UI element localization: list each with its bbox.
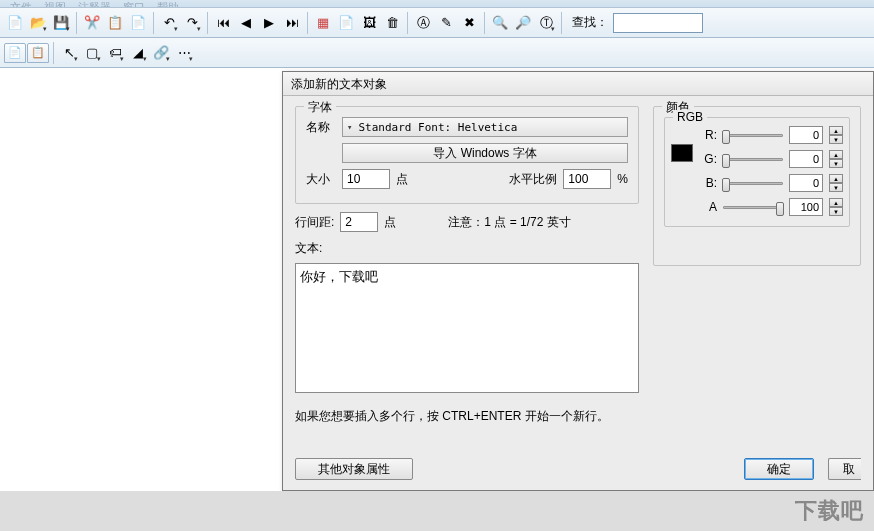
separator (307, 12, 308, 34)
cut-icon[interactable]: ✂️ (81, 12, 103, 34)
ok-button[interactable]: 确定 (744, 458, 814, 480)
zoom-out-icon[interactable]: 🔎 (512, 12, 534, 34)
tab-icon[interactable]: 📄 (4, 43, 26, 63)
font-size-input[interactable] (342, 169, 390, 189)
nav-prev-icon[interactable]: ◀ (235, 12, 257, 34)
nav-last-icon[interactable]: ⏭ (281, 12, 303, 34)
rgb-box: RGB R: ▲▼ (664, 117, 850, 227)
a-value[interactable] (789, 198, 823, 216)
select-tool-icon[interactable]: Ⓣ (535, 12, 557, 34)
font-group: 字体 名称 Standard Font: Helvetica 导入 Window… (295, 106, 639, 204)
text-edit-icon[interactable]: ✎ (435, 12, 457, 34)
other-properties-button[interactable]: 其他对象属性 (295, 458, 413, 480)
r-spinner[interactable]: ▲▼ (829, 126, 843, 144)
bottom-strip: 下载吧 (0, 491, 874, 531)
font-name-dropdown[interactable]: Standard Font: Helvetica (342, 117, 628, 137)
save-icon[interactable]: 💾 (50, 12, 72, 34)
multiline-hint: 如果您想要插入多个行，按 CTRL+ENTER 开始一个新行。 (295, 408, 639, 425)
menu-item[interactable]: 视图 (38, 0, 72, 7)
secondary-toolbar: 📄 📋 ↖ ▢ 🏷 ◢ 🔗 ⋯ (0, 38, 874, 68)
text-delete-icon[interactable]: ✖ (458, 12, 480, 34)
note-label: 注意：1 点 = 1/72 英寸 (448, 214, 570, 231)
menu-item[interactable]: 文件 (4, 0, 38, 7)
cancel-button[interactable]: 取 (828, 458, 861, 480)
nav-next-icon[interactable]: ▶ (258, 12, 280, 34)
g-label: G: (703, 152, 717, 166)
menu-bar: 文件 视图 注释器 窗口 帮助 (0, 0, 874, 8)
watermark: 下载吧 (795, 496, 864, 526)
add-text-dialog: 添加新的文本对象 字体 名称 Standard Font: Helvetica … (282, 71, 874, 491)
r-label: R: (703, 128, 717, 142)
text-label: 文本: (295, 240, 322, 257)
menu-item[interactable]: 注释器 (72, 0, 117, 7)
separator (153, 12, 154, 34)
separator (53, 42, 54, 64)
menu-item[interactable]: 窗口 (117, 0, 151, 7)
page-icon[interactable]: ▦ (312, 12, 334, 34)
insert-page-icon[interactable]: 📄 (335, 12, 357, 34)
font-group-label: 字体 (304, 99, 336, 116)
open-icon[interactable]: 📂 (27, 12, 49, 34)
line-spacing-label: 行间距: (295, 214, 334, 231)
tool-more-icon[interactable]: ⋯ (173, 42, 195, 64)
b-value[interactable] (789, 174, 823, 192)
delete-page-icon[interactable]: 🗑 (381, 12, 403, 34)
undo-icon[interactable]: ↶ (158, 12, 180, 34)
line-spacing-unit: 点 (384, 214, 396, 231)
tool-pointer-icon[interactable]: ↖ (58, 42, 80, 64)
menu-item[interactable]: 帮助 (151, 0, 185, 7)
tool-shape-icon[interactable]: ◢ (127, 42, 149, 64)
a-slider[interactable] (723, 206, 783, 209)
separator (76, 12, 77, 34)
image-icon[interactable]: 🖼 (358, 12, 380, 34)
paste-icon[interactable]: 📄 (127, 12, 149, 34)
main-toolbar: 📄 📂 💾 ✂️ 📋 📄 ↶ ↷ ⏮ ◀ ▶ ⏭ ▦ 📄 🖼 🗑 Ⓐ ✎ ✖ 🔍… (0, 8, 874, 38)
g-slider[interactable] (723, 158, 783, 161)
hscale-label: 水平比例 (509, 171, 557, 188)
r-value[interactable] (789, 126, 823, 144)
nav-first-icon[interactable]: ⏮ (212, 12, 234, 34)
zoom-in-icon[interactable]: 🔍 (489, 12, 511, 34)
color-group: 颜色 RGB R: ▲▼ (653, 106, 861, 266)
tool-square-icon[interactable]: ▢ (81, 42, 103, 64)
g-spinner[interactable]: ▲▼ (829, 150, 843, 168)
a-label: A (703, 200, 717, 214)
separator (561, 12, 562, 34)
redo-icon[interactable]: ↷ (181, 12, 203, 34)
text-content-input[interactable]: 你好，下载吧 (295, 263, 639, 393)
r-slider[interactable] (723, 134, 783, 137)
b-spinner[interactable]: ▲▼ (829, 174, 843, 192)
hscale-input[interactable] (563, 169, 611, 189)
name-label: 名称 (306, 119, 336, 136)
text-tool-icon[interactable]: Ⓐ (412, 12, 434, 34)
search-label: 查找： (572, 14, 608, 31)
b-label: B: (703, 176, 717, 190)
copy-icon[interactable]: 📋 (104, 12, 126, 34)
separator (484, 12, 485, 34)
tab-icon[interactable]: 📋 (27, 43, 49, 63)
separator (407, 12, 408, 34)
line-spacing-input[interactable] (340, 212, 378, 232)
new-file-icon[interactable]: 📄 (4, 12, 26, 34)
tool-stamp-icon[interactable]: 🏷 (104, 42, 126, 64)
a-spinner[interactable]: ▲▼ (829, 198, 843, 216)
tool-link-icon[interactable]: 🔗 (150, 42, 172, 64)
rgb-label: RGB (673, 110, 707, 124)
import-windows-font-button[interactable]: 导入 Windows 字体 (342, 143, 628, 163)
color-preview (671, 144, 693, 162)
size-label: 大小 (306, 171, 336, 188)
b-slider[interactable] (723, 182, 783, 185)
g-value[interactable] (789, 150, 823, 168)
search-input[interactable] (613, 13, 703, 33)
dialog-title: 添加新的文本对象 (283, 72, 873, 96)
separator (207, 12, 208, 34)
hscale-unit: % (617, 172, 628, 186)
size-unit: 点 (396, 171, 408, 188)
